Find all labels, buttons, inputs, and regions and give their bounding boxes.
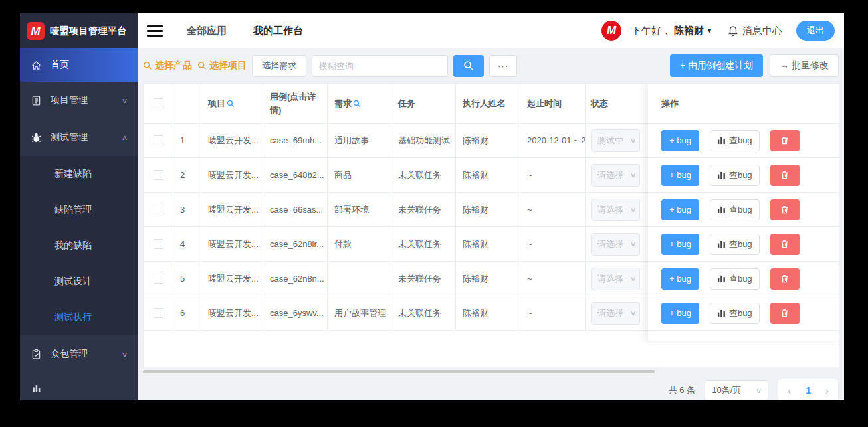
cell-index: 5 [173, 262, 201, 296]
status-select[interactable]: 请选择 ∨ [591, 233, 640, 256]
row-checkbox[interactable] [154, 135, 163, 145]
document-icon [31, 95, 42, 106]
select-product-link[interactable]: 选择产品 [143, 60, 192, 72]
current-page[interactable]: 1 [806, 385, 811, 396]
search-icon[interactable] [353, 100, 361, 108]
cell-case-link[interactable]: case_6yswv... [263, 296, 328, 331]
page-size-select[interactable]: 10条/页 ∨ [705, 380, 768, 400]
status-select-value: 请选择 [597, 204, 629, 216]
sidebar-item-new-defect[interactable]: 新建缺陷 [20, 156, 138, 192]
row-checkbox[interactable] [154, 205, 163, 214]
view-bug-button[interactable]: 查bug [710, 130, 760, 151]
trash-icon [780, 205, 790, 214]
status-select[interactable]: 请选择 ∨ [591, 164, 640, 187]
logo-title: 唛盟项目管理平台 [50, 25, 127, 37]
submenu-label: 测试设计 [54, 276, 92, 288]
chevron-down-icon: ∨ [629, 171, 636, 179]
sidebar-item-test-design[interactable]: 测试设计 [20, 264, 138, 299]
delete-button[interactable] [770, 268, 800, 290]
bug-icon [31, 132, 42, 143]
row-checkbox[interactable] [154, 274, 163, 284]
chevron-down-icon: ∨ [629, 275, 636, 282]
bar-chart-icon [717, 240, 726, 248]
row-checkbox[interactable] [154, 170, 163, 180]
delete-button[interactable] [770, 165, 800, 186]
th-status: 状态 [586, 84, 649, 124]
sidebar-item-test-mgmt[interactable]: 测试管理 ∧ [20, 119, 138, 156]
next-page-button[interactable]: › [825, 385, 829, 396]
view-bug-button[interactable]: 查bug [710, 234, 760, 255]
view-bug-label: 查bug [729, 307, 752, 319]
message-center[interactable]: 消息中心 [728, 25, 782, 37]
delete-button[interactable] [770, 130, 800, 151]
cell-executor: 陈裕财 [456, 193, 520, 227]
pagination-footer: 共 6 条 10条/页 ∨ ‹ 1 › [143, 379, 839, 400]
cell-demand: 商品 [328, 158, 391, 193]
view-bug-button[interactable]: 查bug [710, 165, 760, 186]
status-select[interactable]: 请选择 ∨ [591, 302, 640, 325]
prev-page-button[interactable]: ‹ [788, 385, 791, 396]
avatar[interactable]: M [601, 21, 621, 41]
cell-case-link[interactable]: case_66sas... [263, 193, 328, 227]
view-bug-button[interactable]: 查bug [710, 303, 760, 324]
cell-task: 未关联任务 [391, 227, 456, 262]
clipboard-check-icon [31, 349, 42, 360]
nav-all-apps[interactable]: 全部应用 [187, 25, 227, 37]
select-project-link[interactable]: 选择项目 [197, 60, 247, 72]
delete-button[interactable] [770, 234, 800, 255]
toolbar-actions: + 由用例创建计划 → 批量修改 [670, 54, 839, 77]
hamburger-menu-icon[interactable] [147, 25, 163, 37]
add-bug-button[interactable]: + bug [661, 199, 699, 220]
sidebar-item-home[interactable]: 首页 [20, 48, 138, 82]
add-bug-button[interactable]: + bug [661, 303, 699, 324]
content-area: 选择产品 选择项目 选择需求 ··· + 由用例创建计划 → 批量修改 [138, 48, 844, 400]
cell-case-link[interactable]: case_69mh... [263, 124, 328, 158]
search-button[interactable] [453, 55, 484, 77]
create-plan-button[interactable]: + 由用例创建计划 [670, 54, 763, 77]
add-bug-button[interactable]: + bug [661, 165, 699, 186]
bar-chart-icon [717, 136, 726, 145]
cell-case-link[interactable]: case_62n8n... [263, 262, 328, 296]
cell-case-link[interactable]: case_648b2... [263, 158, 328, 193]
add-bug-button[interactable]: + bug [661, 130, 699, 151]
cell-executor: 陈裕财 [456, 227, 520, 262]
sidebar-item-my-defects[interactable]: 我的缺陷 [20, 228, 138, 264]
chevron-down-icon: ∨ [629, 137, 636, 144]
cell-executor: 陈裕财 [456, 124, 520, 158]
chevron-down-icon: ∨ [121, 97, 128, 104]
view-bug-label: 查bug [729, 169, 752, 181]
sidebar-item-defect-mgmt[interactable]: 缺陷管理 [20, 192, 138, 228]
row-checkbox[interactable] [154, 308, 163, 318]
cell-case-link[interactable]: case_62n8ir... [263, 227, 328, 262]
pager: ‹ 1 › [778, 379, 839, 400]
sidebar-item-test-execution[interactable]: 测试执行 [20, 299, 138, 335]
sidebar-item-project-mgmt[interactable]: 项目管理 ∨ [20, 82, 138, 119]
select-demand-button[interactable]: 选择需求 [252, 55, 306, 77]
logout-button[interactable]: 退出 [796, 21, 835, 41]
select-all-checkbox[interactable] [154, 98, 163, 108]
more-filters-button[interactable]: ··· [489, 55, 517, 77]
th-case: 用例(点击详情) [263, 84, 328, 124]
user-name: 陈裕财 [674, 25, 704, 37]
sidebar-item-label: 测试管理 [51, 131, 88, 143]
user-menu[interactable]: 下午好，陈裕财 ▼ [631, 25, 712, 37]
horizontal-scrollbar[interactable] [143, 370, 655, 373]
sidebar-item-partial[interactable] [20, 373, 138, 399]
add-bug-button[interactable]: + bug [661, 268, 699, 290]
chevron-down-icon: ∨ [629, 240, 636, 248]
status-select[interactable]: 请选择 ∨ [591, 199, 640, 221]
nav-workbench[interactable]: 我的工作台 [253, 25, 303, 37]
view-bug-button[interactable]: 查bug [710, 268, 760, 290]
sidebar-item-crowdsource[interactable]: 众包管理 ∨ [20, 335, 138, 373]
add-bug-button[interactable]: + bug [661, 234, 699, 255]
fuzzy-search-input[interactable] [312, 55, 448, 77]
view-bug-button[interactable]: 查bug [710, 199, 760, 220]
status-select[interactable]: 测试中 ∨ [591, 129, 640, 152]
batch-edit-button[interactable]: → 批量修改 [770, 54, 839, 77]
delete-button[interactable] [770, 199, 800, 220]
search-icon[interactable] [227, 100, 235, 108]
delete-button[interactable] [770, 303, 800, 324]
row-checkbox[interactable] [154, 239, 163, 249]
cell-executor: 陈裕财 [456, 158, 520, 193]
status-select[interactable]: 请选择 ∨ [591, 268, 640, 290]
